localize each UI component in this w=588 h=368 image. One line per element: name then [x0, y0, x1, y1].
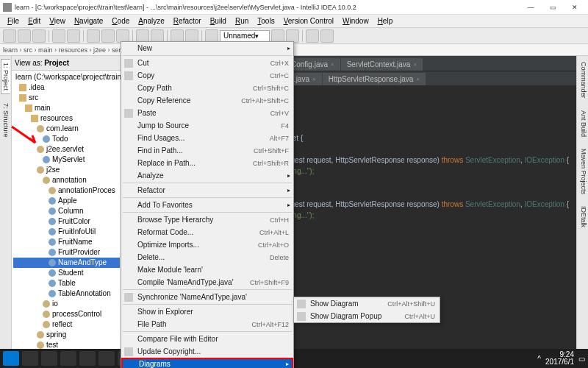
menu-item-optimize-imports-[interactable]: Optimize Imports...Ctrl+Alt+O: [121, 238, 293, 251]
chrome-icon[interactable]: [79, 351, 96, 366]
menu-edit[interactable]: Edit: [24, 15, 45, 26]
tree-node[interactable]: src: [13, 93, 120, 103]
tree-node[interactable]: io: [13, 299, 120, 309]
editor-tab[interactable]: HttpServletResponse.java×: [323, 73, 426, 85]
copy-icon[interactable]: [101, 29, 115, 43]
minimize-button[interactable]: —: [520, 1, 541, 14]
redo-icon[interactable]: [67, 29, 80, 43]
menu-item-update-copyright-[interactable]: Update Copyright...: [121, 345, 293, 358]
menu-item-add-to-favorites[interactable]: Add To Favorites: [121, 199, 293, 211]
close-icon[interactable]: ×: [413, 61, 417, 68]
menu-build[interactable]: Build: [206, 15, 231, 26]
menu-item-diagrams[interactable]: Diagrams: [121, 358, 293, 368]
menu-item-browse-type-hierarchy[interactable]: Browse Type HierarchyCtrl+H: [121, 213, 293, 226]
build-icon[interactable]: [205, 29, 218, 43]
tree-node[interactable]: NameAndType: [13, 258, 120, 268]
tree-node[interactable]: TableAnnotation: [13, 289, 120, 299]
breadcrumb[interactable]: learn › src › main › resources › j2ee › …: [0, 44, 588, 56]
menu-item-find-usages-[interactable]: Find Usages...Alt+F7: [121, 132, 293, 144]
project-tree[interactable]: learn (C:\workspace\project\train\test\l…: [12, 71, 121, 367]
run-config-combo[interactable]: Unnamed ▾: [220, 30, 270, 42]
menu-item-copy[interactable]: CopyCtrl+C: [121, 69, 293, 82]
menu-item-analyze[interactable]: Analyze: [121, 169, 293, 182]
menu-item-make-module-learn-[interactable]: Make Module 'learn': [121, 263, 293, 276]
find-icon[interactable]: [136, 29, 149, 43]
submenu-item[interactable]: Show Diagram PopupCtrl+Alt+U: [294, 310, 440, 322]
menu-analyze[interactable]: Analyze: [134, 15, 169, 26]
settings-icon[interactable]: [306, 29, 319, 43]
tree-node[interactable]: FruitColor: [13, 216, 120, 227]
open-icon[interactable]: [3, 29, 16, 43]
save-icon[interactable]: [18, 29, 31, 43]
cortana-icon[interactable]: [22, 351, 38, 366]
tree-node[interactable]: annotation: [13, 175, 120, 185]
menu-item-show-in-explorer[interactable]: Show in Explorer: [121, 305, 293, 318]
right-tab[interactable]: Ant Build: [577, 107, 588, 140]
menu-view[interactable]: View: [45, 15, 70, 26]
clock-date[interactable]: 2017/6/1: [545, 358, 574, 366]
menu-item-synchronize-nameandtype-java-[interactable]: Synchronize 'NameAndType.java': [121, 291, 293, 303]
close-button[interactable]: ✕: [564, 1, 585, 14]
notification-icon[interactable]: ▭: [578, 355, 585, 363]
tree-node[interactable]: learn (C:\workspace\project\train\test\l…: [13, 72, 120, 82]
cut-icon[interactable]: [87, 29, 100, 43]
explorer-icon[interactable]: [60, 351, 76, 366]
menu-run[interactable]: Run: [231, 15, 253, 26]
menu-version-control[interactable]: Version Control: [279, 15, 338, 26]
debug-icon[interactable]: [286, 29, 299, 43]
forward-icon[interactable]: [185, 29, 198, 43]
taskview-icon[interactable]: [41, 351, 57, 366]
maximize-button[interactable]: ▭: [542, 1, 563, 14]
menu-item-delete-[interactable]: Delete...Delete: [121, 251, 293, 263]
undo-icon[interactable]: [52, 29, 65, 43]
tree-node[interactable]: FruitProvider: [13, 247, 120, 258]
menu-item-copy-path[interactable]: Copy PathCtrl+Shift+C: [121, 82, 293, 94]
menu-item-compile-nameandtype-java-[interactable]: Compile 'NameAndType.java'Ctrl+Shift+F9: [121, 276, 293, 289]
tree-node[interactable]: j2se: [13, 165, 120, 175]
tree-node[interactable]: FruitName: [13, 237, 120, 247]
menu-file[interactable]: File: [3, 15, 24, 26]
tree-node[interactable]: .idea: [13, 82, 120, 93]
menu-tools[interactable]: Tools: [253, 15, 279, 26]
menu-item-refactor[interactable]: Refactor: [121, 184, 293, 197]
tree-node[interactable]: FruitInfoUtil: [13, 227, 120, 237]
run-icon[interactable]: [271, 29, 284, 43]
menu-window[interactable]: Window: [338, 15, 373, 26]
left-tab[interactable]: 7: Structure: [1, 100, 10, 141]
tree-node[interactable]: Table: [13, 278, 120, 289]
close-icon[interactable]: ×: [331, 61, 334, 68]
replace-icon[interactable]: [151, 29, 164, 43]
start-button[interactable]: [3, 351, 19, 366]
submenu-item[interactable]: Show DiagramCtrl+Alt+Shift+U: [294, 297, 440, 310]
right-tab[interactable]: IDEtalk: [577, 203, 588, 230]
right-tab[interactable]: Commander: [577, 59, 588, 102]
tree-node[interactable]: main: [13, 103, 120, 113]
menu-code[interactable]: Code: [107, 15, 134, 26]
menu-item-paste[interactable]: PasteCtrl+V: [121, 107, 293, 119]
menu-item-new[interactable]: New: [121, 42, 293, 54]
tree-node[interactable]: annotationProces: [13, 185, 120, 196]
tree-node[interactable]: MyServlet: [13, 155, 120, 165]
sync-icon[interactable]: [32, 29, 46, 43]
menu-item-reformat-code-[interactable]: Reformat Code...Ctrl+Alt+L: [121, 226, 293, 238]
close-icon[interactable]: ×: [312, 76, 316, 82]
menu-navigate[interactable]: Navigate: [70, 15, 107, 26]
menu-item-cut[interactable]: CutCtrl+X: [121, 57, 293, 69]
menu-item-copy-reference[interactable]: Copy ReferenceCtrl+Alt+Shift+C: [121, 94, 293, 107]
menu-item-replace-in-path-[interactable]: Replace in Path...Ctrl+Shift+R: [121, 157, 293, 169]
menu-item-compare-file-with-editor[interactable]: Compare File with Editor: [121, 333, 293, 345]
menu-item-file-path[interactable]: File PathCtrl+Alt+F12: [121, 318, 293, 330]
tray-icons[interactable]: ^: [537, 355, 541, 363]
tree-node[interactable]: Column: [13, 206, 120, 216]
tree-node[interactable]: Student: [13, 268, 120, 278]
menu-item-find-in-path-[interactable]: Find in Path...Ctrl+Shift+F: [121, 144, 293, 157]
editor-tab[interactable]: ServletContext.java×: [341, 58, 423, 71]
right-tab[interactable]: Maven Projects: [577, 146, 588, 197]
menu-help[interactable]: Help: [373, 15, 398, 26]
tree-node[interactable]: spring: [13, 330, 120, 340]
back-icon[interactable]: [171, 29, 184, 43]
tree-node[interactable]: resources: [13, 113, 120, 124]
tree-node[interactable]: processControl: [13, 309, 120, 319]
menu-refactor[interactable]: Refactor: [169, 15, 206, 26]
tree-node[interactable]: Apple: [13, 196, 120, 206]
